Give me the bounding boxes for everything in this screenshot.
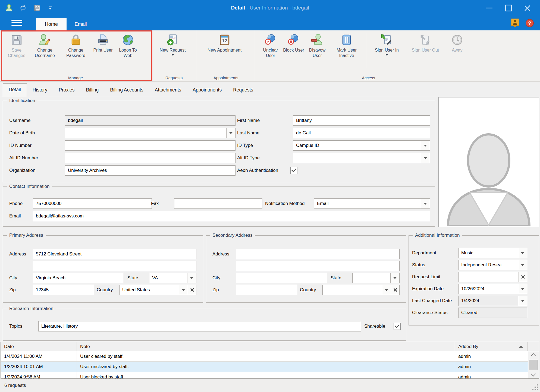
table-row[interactable]: 1/4/2024 11:00 AM User cleared by staff.… — [1, 351, 539, 362]
last-changed-date-combo[interactable]: 1/4/2024 — [458, 296, 527, 306]
secondary-country-combo[interactable] — [322, 285, 391, 295]
sign-user-in-button[interactable]: Sign User In — [369, 33, 405, 56]
alt-id-type-dropdown-button[interactable] — [421, 153, 430, 163]
secondary-country-clear-button[interactable] — [391, 285, 400, 295]
secondary-city-field[interactable] — [236, 273, 327, 283]
organization-field[interactable]: University Archives — [65, 165, 236, 176]
primary-country-combo[interactable]: United States — [119, 285, 188, 295]
email-field[interactable]: bdegail@atlas-sys.com — [33, 211, 430, 221]
print-user-label: Print User — [93, 48, 112, 53]
menu-icon[interactable] — [11, 20, 22, 26]
quick-access-more-icon[interactable] — [47, 4, 53, 12]
last-name-field[interactable]: de Gail — [293, 128, 430, 138]
sign-user-in-dropdown-icon[interactable] — [385, 54, 388, 56]
primary-zip-field[interactable]: 12345 — [33, 285, 94, 295]
id-type-dropdown-button[interactable] — [421, 141, 430, 150]
ribbon-tab-home[interactable]: Home — [36, 18, 67, 30]
new-request-dropdown-icon[interactable] — [171, 54, 174, 56]
vertical-scrollbar[interactable] — [528, 351, 539, 378]
column-header-date[interactable]: Date — [1, 342, 77, 351]
primary-country-dropdown-button[interactable] — [179, 285, 188, 295]
scroll-down-icon[interactable] — [531, 371, 536, 376]
tab-detail[interactable]: Detail — [3, 83, 27, 97]
id-number-field[interactable] — [65, 140, 236, 151]
topics-field[interactable]: Literature, History — [38, 321, 361, 331]
table-row[interactable]: 1/2/2024 9:58 AM User blocked by staff. … — [1, 372, 539, 379]
table-row[interactable]: 1/2/2024 10:01 AM User uncleared by staf… — [1, 362, 539, 372]
print-user-button[interactable]: Print User — [91, 33, 115, 53]
clearance-status-field[interactable]: Cleared — [458, 308, 527, 318]
alt-id-type-combo[interactable] — [293, 153, 430, 163]
tab-proxies[interactable]: Proxies — [53, 84, 80, 97]
change-password-button[interactable]: Change Password — [60, 33, 91, 58]
resize-grip[interactable] — [537, 389, 538, 390]
username-field[interactable]: bdegail — [65, 115, 236, 126]
feedback-icon[interactable] — [511, 18, 519, 28]
phone-field[interactable]: 7570000000 — [33, 198, 152, 209]
primary-address2-field[interactable] — [33, 261, 196, 271]
expiration-date-dropdown-button[interactable] — [518, 284, 527, 294]
new-request-label: New Request — [159, 48, 186, 53]
id-type-combo[interactable]: Campus ID — [293, 140, 430, 151]
request-limit-label: Request Limit — [412, 271, 440, 282]
scrollbar-thumb[interactable] — [529, 360, 538, 370]
last-changed-date-dropdown-button[interactable] — [518, 296, 527, 306]
ribbon-tab-email[interactable]: Email — [68, 18, 93, 30]
tab-billing[interactable]: Billing — [80, 84, 105, 97]
refresh-icon[interactable] — [19, 4, 27, 12]
column-header-note[interactable]: Note — [77, 342, 455, 351]
expiration-date-combo[interactable]: 10/26/2024 — [458, 284, 527, 294]
request-limit-clear-button[interactable] — [519, 272, 527, 282]
save-icon[interactable] — [33, 4, 41, 12]
alt-id-number-field[interactable] — [65, 153, 236, 163]
secondary-country-dropdown-button[interactable] — [382, 285, 391, 295]
minimize-button[interactable] — [486, 4, 493, 11]
request-limit-field[interactable] — [458, 272, 519, 282]
maximize-button[interactable] — [505, 4, 512, 11]
tab-history[interactable]: History — [27, 84, 53, 97]
new-request-button[interactable]: New Request — [153, 33, 193, 56]
help-icon[interactable]: ? — [525, 18, 534, 28]
secondary-state-combo[interactable] — [352, 273, 400, 283]
block-user-button[interactable]: Block User — [283, 33, 304, 53]
shareable-checkbox[interactable] — [394, 323, 401, 330]
primary-state-combo[interactable]: VA — [149, 273, 196, 283]
status-combo[interactable]: Independent Resea... — [458, 260, 527, 270]
first-name-field[interactable]: Brittany — [293, 115, 430, 126]
logon-to-web-button[interactable]: Logon To Web — [115, 33, 141, 58]
column-header-added-by[interactable]: Added By — [455, 342, 528, 351]
close-button[interactable] — [524, 4, 531, 11]
tab-appointments[interactable]: Appointments — [187, 84, 227, 97]
new-appointment-button[interactable]: 12 New Appointment — [198, 33, 251, 53]
secondary-address2-field[interactable] — [236, 261, 400, 271]
dob-dropdown-button[interactable] — [226, 128, 235, 138]
primary-city-field[interactable]: Virginia Beach — [33, 273, 124, 283]
notification-method-dropdown-button[interactable] — [421, 199, 430, 208]
mark-user-inactive-button[interactable]: Mark User Inactive — [330, 33, 363, 58]
primary-state-dropdown-button[interactable] — [187, 273, 196, 283]
secondary-state-dropdown-button[interactable] — [390, 273, 399, 283]
tab-attachments[interactable]: Attachments — [149, 84, 187, 97]
department-combo[interactable]: Music — [458, 248, 527, 258]
mark-user-inactive-label: Mark User Inactive — [330, 48, 363, 58]
secondary-zip-field[interactable] — [236, 285, 297, 295]
change-username-button[interactable]: Change Username — [29, 33, 60, 58]
notification-method-combo[interactable]: Email — [314, 198, 430, 209]
aeon-authentication-checkbox[interactable] — [290, 167, 297, 174]
tab-requests[interactable]: Requests — [227, 84, 259, 97]
disavow-user-button[interactable]: Disavow User — [304, 33, 330, 58]
status-dropdown-button[interactable] — [518, 260, 527, 270]
department-dropdown-button[interactable] — [518, 248, 527, 258]
save-changes-button[interactable]: Save Changes — [4, 33, 29, 58]
fax-field[interactable] — [174, 198, 262, 209]
dob-combo[interactable] — [65, 128, 236, 138]
user-icon[interactable] — [5, 4, 13, 12]
primary-address1-field[interactable]: 5712 Cleveland Street — [33, 249, 196, 259]
secondary-address1-field[interactable] — [236, 249, 400, 259]
sign-user-out-button[interactable]: Sign User Out — [405, 33, 446, 53]
tab-billing-accounts[interactable]: Billing Accounts — [104, 84, 149, 97]
unclear-user-button[interactable]: ? Unclear User — [258, 33, 283, 58]
scroll-up-icon[interactable] — [531, 353, 536, 358]
away-button[interactable]: Away — [446, 33, 468, 53]
primary-country-clear-button[interactable] — [188, 285, 196, 295]
